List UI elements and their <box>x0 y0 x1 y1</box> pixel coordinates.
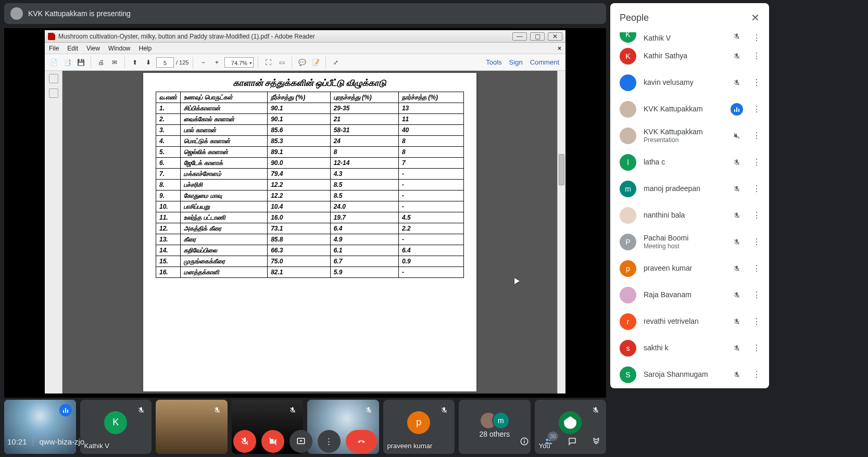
participant-more-button[interactable]: ⋮ <box>750 78 763 87</box>
participant-more-button[interactable]: ⋮ <box>750 237 763 247</box>
zoom-out-icon[interactable]: − <box>197 57 209 68</box>
scrollbar-thumb[interactable] <box>559 154 564 185</box>
muted-mic-icon <box>731 183 743 195</box>
read-mode-icon[interactable]: ▭ <box>276 57 287 68</box>
table-cell: 4.9 <box>330 234 398 245</box>
muted-mic-icon <box>731 289 743 301</box>
participant-tile[interactable]: KKathik V <box>80 400 152 454</box>
fit-page-icon[interactable]: ⛶ <box>262 57 274 68</box>
people-row[interactable]: llatha c⋮ <box>610 149 769 175</box>
people-row[interactable]: rrevathi vetrivelan⋮ <box>610 308 769 335</box>
camera-off-button[interactable] <box>261 430 284 453</box>
avatar <box>620 128 636 144</box>
convert-pdf-icon[interactable]: 📑 <box>61 57 73 68</box>
comment-panel-toggle[interactable]: Comment <box>530 58 559 66</box>
people-row[interactable]: ppraveen kumar⋮ <box>610 255 769 282</box>
participant-more-button[interactable]: ⋮ <box>750 316 763 326</box>
page-number-input[interactable]: 5 <box>156 57 174 68</box>
leave-call-button[interactable] <box>346 430 377 453</box>
window-maximize-button[interactable]: ▢ <box>530 32 545 41</box>
people-row[interactable]: KVK KattupakkamPresentation⋮ <box>610 122 769 149</box>
print-icon[interactable]: 🖨 <box>95 57 107 68</box>
window-close-button[interactable]: ✕ <box>548 32 562 41</box>
close-icon[interactable]: ✕ <box>751 11 760 24</box>
menu-file[interactable]: File <box>49 45 59 52</box>
participant-name-label: KVK Kattupakkam <box>644 105 723 113</box>
participant-more-button[interactable]: ⋮ <box>750 184 763 194</box>
participant-more-button[interactable]: ⋮ <box>750 33 763 43</box>
comment-bubble-icon[interactable]: 💬 <box>296 57 308 68</box>
muted-mic-icon <box>286 404 299 416</box>
email-icon[interactable]: ✉ <box>109 57 120 68</box>
meeting-details-button[interactable] <box>518 435 531 448</box>
attachments-icon[interactable] <box>49 88 58 98</box>
table-row: 14.கறிவேப்பிலை66.36.16.4 <box>156 245 464 256</box>
table-row: 10.பாசிப்பயறு10.424.0- <box>156 201 464 212</box>
participant-more-button[interactable]: ⋮ <box>750 290 763 300</box>
menubar-close-doc-button[interactable]: × <box>558 45 561 52</box>
present-screen-button[interactable] <box>290 430 312 453</box>
save-icon[interactable]: 💾 <box>75 57 86 68</box>
chat-button[interactable] <box>565 435 579 448</box>
people-row[interactable]: Raja Bavanam⋮ <box>610 282 769 308</box>
tools-panel-toggle[interactable]: Tools <box>486 58 501 66</box>
participant-tile[interactable]: Raja Bavanam <box>156 400 228 454</box>
table-cell: 66.3 <box>268 245 331 256</box>
table-cell: - <box>398 169 463 180</box>
thumbnails-icon[interactable] <box>49 74 58 83</box>
participant-more-button[interactable]: ⋮ <box>750 131 763 141</box>
highlight-icon[interactable]: 📝 <box>310 57 321 68</box>
participant-more-button[interactable]: ⋮ <box>750 51 763 61</box>
zoom-level-select[interactable]: 74.7% <box>224 57 254 68</box>
people-row[interactable]: KKathir Sathya⋮ <box>610 43 769 69</box>
people-list[interactable]: KKathik V⋮KKathir Sathya⋮kavin velusamy⋮… <box>610 32 769 388</box>
participant-name-label: sakthi k <box>644 344 723 352</box>
participant-more-button[interactable]: ⋮ <box>750 370 763 379</box>
participant-more-button[interactable]: ⋮ <box>750 263 763 273</box>
mute-mic-button[interactable] <box>233 430 256 453</box>
participant-name-label: nanthini bala <box>644 211 723 220</box>
people-row[interactable]: mmanoj pradeepan⋮ <box>610 175 769 202</box>
table-cell: 16. <box>156 267 181 278</box>
presenting-text: KVK Kattupakkam is presenting <box>28 9 131 18</box>
people-row[interactable]: KVK Kattupakkam⋮ <box>610 96 769 122</box>
muted-mic-icon <box>731 77 743 89</box>
sign-panel-toggle[interactable]: Sign <box>509 58 523 66</box>
reader-titlebar: Mushroom cultivation-Oyster, milky, butt… <box>45 30 565 43</box>
people-row[interactable]: kavin velusamy⋮ <box>610 69 769 96</box>
participant-name-label: kavin velusamy <box>644 78 723 87</box>
people-row[interactable]: KKathik V⋮ <box>610 32 769 43</box>
people-row[interactable]: PPachai BoomiMeeting host⋮ <box>610 228 769 255</box>
participant-name-label: Kathik V <box>644 34 723 43</box>
fullscreen-icon[interactable]: ⤢ <box>330 57 342 68</box>
menu-edit[interactable]: Edit <box>67 45 78 52</box>
more-options-button[interactable]: ⋮ <box>318 430 341 453</box>
participant-more-button[interactable]: ⋮ <box>750 104 763 114</box>
export-pdf-icon[interactable]: 📄 <box>48 57 59 68</box>
people-row[interactable]: nanthini bala⋮ <box>610 202 769 228</box>
info-icon <box>520 437 529 446</box>
page-down-icon[interactable]: ⬇ <box>143 57 154 68</box>
participant-more-button[interactable]: ⋮ <box>750 210 763 220</box>
more-vert-icon: ⋮ <box>325 437 334 446</box>
chat-icon <box>568 437 577 446</box>
people-row[interactable]: SSaroja Shanmugam⋮ <box>610 361 769 388</box>
participant-more-button[interactable]: ⋮ <box>750 343 763 353</box>
table-cell: 7 <box>398 158 463 169</box>
menu-view[interactable]: View <box>86 45 100 52</box>
activities-button[interactable] <box>589 435 603 448</box>
reader-scrollbar[interactable] <box>557 71 565 393</box>
table-cell: 58-31 <box>330 125 398 136</box>
muted-mic-icon <box>362 404 375 416</box>
table-cell: 12. <box>156 223 181 234</box>
participant-more-button[interactable]: ⋮ <box>750 157 763 167</box>
window-minimize-button[interactable]: — <box>512 32 527 41</box>
people-row[interactable]: ssakthi k⋮ <box>610 335 769 361</box>
table-cell: - <box>398 267 463 278</box>
menu-help[interactable]: Help <box>139 45 152 52</box>
participant-tile[interactable]: ppraveen kumar <box>383 400 455 454</box>
page-up-icon[interactable]: ⬆ <box>129 57 141 68</box>
zoom-in-icon[interactable]: + <box>211 57 222 68</box>
people-panel-button[interactable]: 36 <box>542 435 555 448</box>
menu-window[interactable]: Window <box>108 45 131 52</box>
